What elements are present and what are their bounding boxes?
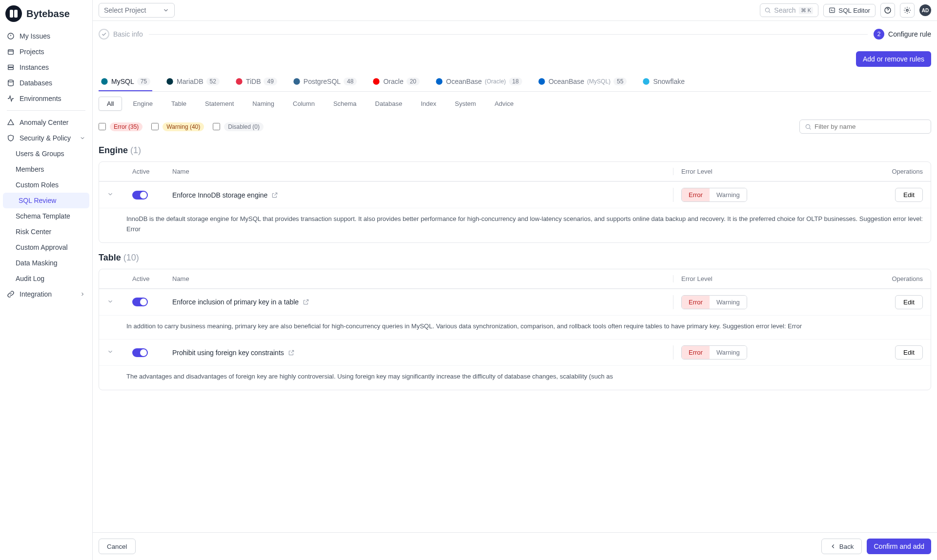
- checkbox[interactable]: [213, 123, 220, 130]
- nav-sql-review[interactable]: SQL Review: [3, 193, 89, 208]
- filter-disabled[interactable]: Disabled (0): [213, 122, 264, 131]
- nav-risk-center[interactable]: Risk Center: [0, 224, 92, 240]
- filter-error[interactable]: Error (35): [99, 122, 143, 131]
- filter-search[interactable]: [799, 120, 931, 134]
- nav-instances[interactable]: Instances: [0, 60, 92, 75]
- external-link-icon[interactable]: [303, 299, 309, 305]
- svg-point-16: [373, 78, 380, 84]
- filter-input[interactable]: [815, 123, 926, 130]
- nav-label: Schema Template: [16, 212, 70, 220]
- nav-label: Instances: [20, 63, 49, 71]
- help-button[interactable]: [880, 3, 895, 18]
- stepper: Basic info 2Configure rule: [99, 29, 931, 40]
- sql-editor-button[interactable]: SQL Editor: [823, 4, 876, 17]
- nav-label: My Issues: [20, 32, 50, 40]
- level-error[interactable]: Error: [682, 346, 710, 359]
- shield-icon: [7, 134, 15, 142]
- active-toggle[interactable]: [132, 191, 148, 200]
- edit-button[interactable]: Edit: [895, 295, 923, 309]
- project-selector[interactable]: Select Project: [99, 3, 175, 18]
- cat-tab-statement[interactable]: Statement: [197, 97, 242, 110]
- db-tab-postgresql[interactable]: PostgreSQL48: [291, 73, 359, 91]
- db-icon: [235, 78, 243, 85]
- expand-toggle[interactable]: [107, 298, 126, 306]
- cat-tab-engine[interactable]: Engine: [125, 97, 160, 110]
- db-tab-oracle[interactable]: Oracle20: [370, 73, 422, 91]
- db-tab-count: 20: [407, 78, 420, 85]
- logo-text: Bytebase: [26, 8, 70, 20]
- cat-tab-table[interactable]: Table: [163, 97, 194, 110]
- rule-name: Enforce InnoDB storage engine: [172, 191, 667, 199]
- active-toggle[interactable]: [132, 298, 148, 306]
- level-warning[interactable]: Warning: [710, 188, 747, 201]
- checkbox[interactable]: [151, 123, 159, 130]
- cat-tab-all[interactable]: All: [99, 97, 122, 111]
- nav-label: Integration: [20, 290, 52, 298]
- nav-security[interactable]: Security & Policy: [0, 130, 92, 146]
- rules-table: ActiveNameError LevelOperations Enforce …: [99, 269, 931, 391]
- expand-toggle[interactable]: [107, 348, 126, 357]
- cat-tab-advice[interactable]: Advice: [487, 97, 521, 110]
- external-link-icon[interactable]: [288, 349, 295, 356]
- db-icon: [435, 78, 443, 85]
- terminal-icon: [829, 7, 835, 14]
- error-level-toggle[interactable]: ErrorWarning: [681, 345, 747, 360]
- rule-description: InnoDB is the default storage engine for…: [99, 208, 931, 242]
- nav-members[interactable]: Members: [0, 161, 92, 177]
- edit-button[interactable]: Edit: [895, 345, 923, 360]
- db-tab-mariadb[interactable]: MariaDB52: [164, 73, 222, 91]
- db-tab-oceanbase[interactable]: OceanBase(MySQL)55: [536, 73, 629, 91]
- filter-warning[interactable]: Warning (40): [151, 122, 204, 131]
- nav-custom-approval[interactable]: Custom Approval: [0, 240, 92, 255]
- level-warning[interactable]: Warning: [710, 346, 747, 359]
- error-level-toggle[interactable]: ErrorWarning: [681, 188, 747, 202]
- checkbox[interactable]: [99, 123, 106, 130]
- nav-my-issues[interactable]: My Issues: [0, 28, 92, 44]
- cat-tab-column[interactable]: Column: [285, 97, 323, 110]
- db-icon: [372, 78, 380, 85]
- col-name: Name: [172, 275, 667, 282]
- active-toggle[interactable]: [132, 348, 148, 357]
- level-error[interactable]: Error: [682, 296, 710, 309]
- step-1[interactable]: Basic info: [99, 29, 143, 40]
- external-link-icon[interactable]: [271, 192, 278, 199]
- settings-button[interactable]: [900, 3, 915, 18]
- nav-audit-log[interactable]: Audit Log: [0, 271, 92, 286]
- global-search[interactable]: Search⌘ K: [760, 3, 818, 17]
- nav-users[interactable]: Users & Groups: [0, 146, 92, 161]
- db-tab-tidb[interactable]: TiDB49: [233, 73, 279, 91]
- nav-integration[interactable]: Integration: [0, 286, 92, 302]
- nav-custom-roles[interactable]: Custom Roles: [0, 177, 92, 193]
- cat-tab-database[interactable]: Database: [367, 97, 410, 110]
- db-tab-snowflake[interactable]: Snowflake: [640, 73, 687, 91]
- cat-tab-system[interactable]: System: [447, 97, 484, 110]
- cancel-button[interactable]: Cancel: [99, 539, 136, 554]
- nav-label: Environments: [20, 95, 61, 102]
- user-avatar[interactable]: AD: [919, 4, 931, 16]
- nav-schema-template[interactable]: Schema Template: [0, 208, 92, 224]
- db-tab-mysql[interactable]: MySQL75: [99, 73, 152, 91]
- rule-description: The advantages and disadvantages of fore…: [99, 365, 931, 390]
- edit-button[interactable]: Edit: [895, 188, 923, 202]
- db-tab-oceanbase[interactable]: OceanBase(Oracle)18: [433, 73, 524, 91]
- nav-projects[interactable]: Projects: [0, 44, 92, 60]
- error-level-toggle[interactable]: ErrorWarning: [681, 295, 747, 309]
- gear-icon: [903, 6, 911, 14]
- back-button[interactable]: Back: [821, 539, 862, 554]
- sidebar: Bytebase My Issues Projects Instances Da…: [0, 0, 93, 560]
- confirm-button[interactable]: Confirm and add: [867, 539, 931, 554]
- nav-databases[interactable]: Databases: [0, 75, 92, 91]
- nav-anomaly[interactable]: Anomaly Center: [0, 115, 92, 130]
- cat-tab-schema[interactable]: Schema: [326, 97, 365, 110]
- level-warning[interactable]: Warning: [710, 296, 747, 309]
- db-icon: [166, 78, 174, 85]
- expand-toggle[interactable]: [107, 191, 126, 199]
- level-error[interactable]: Error: [682, 188, 710, 201]
- nav-data-masking[interactable]: Data Masking: [0, 255, 92, 271]
- nav-environments[interactable]: Environments: [0, 91, 92, 106]
- add-remove-rules-button[interactable]: Add or remove rules: [856, 51, 931, 67]
- db-tab-label: MariaDB: [177, 78, 203, 85]
- db-tab-label: OceanBase: [549, 78, 584, 85]
- cat-tab-naming[interactable]: Naming: [244, 97, 282, 110]
- cat-tab-index[interactable]: Index: [413, 97, 444, 110]
